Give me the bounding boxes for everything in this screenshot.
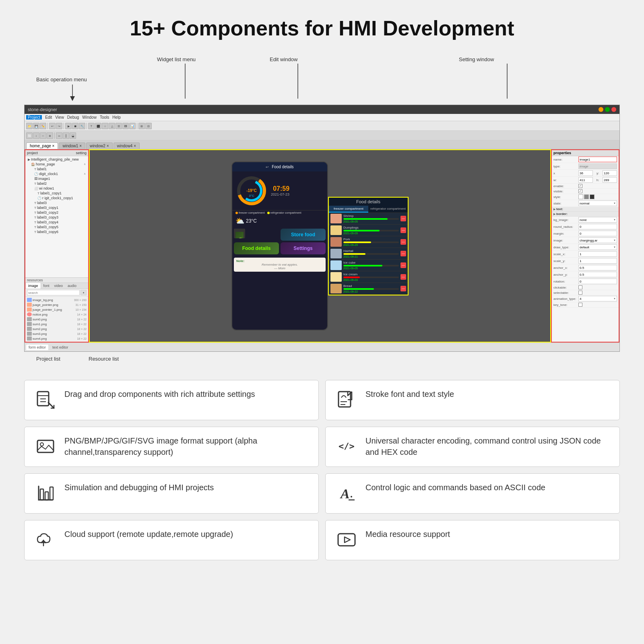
resource-item-pointer[interactable]: juage_pointer.png 31 × 153 xyxy=(26,302,87,307)
tab-fridge[interactable]: refrigerator compartment xyxy=(368,206,408,213)
resource-item-sum3[interactable]: sum3.png 18 × 22 xyxy=(26,331,87,336)
resource-tab-video[interactable]: video xyxy=(52,283,66,289)
resource-item-pointer1[interactable]: juage_pointer_1.png 10 × 154 xyxy=(26,307,87,312)
toolbar-btn-10[interactable]: ⬛ xyxy=(95,123,101,129)
menu-window[interactable]: Window xyxy=(82,115,97,120)
tree-home-page[interactable]: 🏠 home_page ∧ xyxy=(26,162,87,167)
prop-scalex-value[interactable]: 1 xyxy=(578,251,617,257)
toolbar-btn-b[interactable]: ↕ xyxy=(33,132,39,139)
resource-tab-audio[interactable]: audio xyxy=(65,283,79,289)
resource-search-input[interactable] xyxy=(27,290,80,295)
menu-help[interactable]: Help xyxy=(112,115,121,120)
tab-window4[interactable]: window4 × xyxy=(114,142,140,149)
food-delete-icecream[interactable]: — xyxy=(400,274,406,280)
prop-clickable-check[interactable] xyxy=(578,285,582,289)
prop-style-color2[interactable] xyxy=(584,194,589,199)
toolbar-btn-17[interactable]: ⊟ xyxy=(145,123,152,129)
toolbar-btn-15[interactable]: 📊 xyxy=(129,123,136,129)
resource-tab-font[interactable]: font xyxy=(41,283,52,289)
toolbar-btn-a[interactable]: ⬜ xyxy=(26,132,33,139)
resource-item-sum2[interactable]: sum2.png 18 × 22 xyxy=(26,326,87,331)
tree-label3c6[interactable]: T label3_copy6 xyxy=(26,229,87,234)
toolbar-btn-12[interactable]: △ xyxy=(109,123,115,129)
toolbar-btn-1[interactable]: 📁 xyxy=(26,123,33,129)
toolbar-btn-8[interactable]: 🔧 xyxy=(79,123,85,129)
resource-item-sum1[interactable]: sum1.png 18 × 22 xyxy=(26,322,87,326)
tab-window2[interactable]: window2 × xyxy=(86,142,113,149)
food-delete-hairtail[interactable]: — xyxy=(400,251,406,256)
tree-root[interactable]: ▶ Intelligent_charging_pile_new xyxy=(26,157,87,162)
prop-w-value[interactable]: 411 xyxy=(578,177,593,183)
prop-image-select[interactable]: chargingg.ar ▼ xyxy=(578,237,617,243)
hmi-food-details-btn[interactable]: Food details xyxy=(234,242,279,254)
edit-canvas[interactable]: ↩ Food details xyxy=(89,149,551,343)
prop-scaley-value[interactable]: 1 xyxy=(578,258,617,264)
tree-clock-copy1[interactable]: 🕐 r igit_clock1_copy1 xyxy=(26,196,87,200)
minimize-btn[interactable] xyxy=(599,107,603,112)
toolbar-btn-c[interactable]: ↔ xyxy=(40,132,46,139)
toolbar-btn-9[interactable]: T xyxy=(88,123,95,129)
tree-label1-copy1[interactable]: T label1_copy1 xyxy=(26,191,87,196)
prop-style-color3[interactable] xyxy=(590,194,594,199)
prop-drawtype-select[interactable]: default ▼ xyxy=(578,244,617,250)
tree-label3c3[interactable]: T label3_copy3 xyxy=(26,215,87,220)
tree-window1[interactable]: ⬜ wi ndow1 xyxy=(26,186,87,191)
tree-digit-clock1[interactable]: 🕐 digit_clock1 ∧ xyxy=(26,171,87,176)
prop-margin-value[interactable]: 0 xyxy=(578,231,617,236)
tree-label2[interactable]: T label2 xyxy=(26,181,87,186)
prop-y-value[interactable]: 120 xyxy=(603,170,617,176)
tab-freezer[interactable]: freezer compartment xyxy=(329,206,368,213)
prop-state-select[interactable]: normal ▼ xyxy=(578,200,617,206)
tree-label3c4[interactable]: T label3_copy4 xyxy=(26,220,87,225)
hmi-settings-btn[interactable]: Settings xyxy=(281,242,326,254)
toolbar-btn-6[interactable]: ▶ xyxy=(65,123,72,129)
prop-style-color1[interactable] xyxy=(578,194,583,199)
resource-item-sum0[interactable]: sum0.png 18 × 22 xyxy=(26,317,87,322)
prop-name-value[interactable]: image1 xyxy=(578,157,617,162)
tree-label3c5[interactable]: T label3_copy5 xyxy=(26,225,87,229)
close-btn[interactable] xyxy=(611,107,616,112)
resource-tab-image[interactable]: image xyxy=(25,283,41,289)
toolbar-btn-g[interactable]: ⬓ xyxy=(70,132,76,139)
bottom-tab-form[interactable]: form editor xyxy=(26,345,48,350)
prop-text-section[interactable]: ▶ text: xyxy=(552,207,619,212)
maximize-btn[interactable] xyxy=(605,107,610,112)
prop-selectable-check[interactable] xyxy=(578,291,582,295)
toolbar-btn-13[interactable]: ☰ xyxy=(116,123,122,129)
food-delete-icecube[interactable]: — xyxy=(400,262,406,268)
toolbar-btn-7[interactable]: ⏹ xyxy=(72,123,78,129)
toolbar-btn-5[interactable]: ↪ xyxy=(56,123,62,129)
toolbar-btn-e[interactable]: ═ xyxy=(56,132,62,139)
prop-h-value[interactable]: 289 xyxy=(603,177,617,183)
toolbar-btn-f[interactable]: ║ xyxy=(63,132,69,139)
tree-label3c1[interactable]: T label3_copy1 xyxy=(26,205,87,210)
prop-visible-check[interactable] xyxy=(578,189,582,193)
tree-label3[interactable]: T label3 xyxy=(26,200,87,205)
food-delete-bread[interactable]: — xyxy=(400,286,406,291)
prop-animtype-select[interactable]: 4 ▼ xyxy=(578,296,617,301)
tree-label1[interactable]: T label1 xyxy=(26,167,87,171)
food-delete-shrimp[interactable]: — xyxy=(400,216,406,221)
food-delete-dumplings[interactable]: — xyxy=(400,227,406,233)
menu-debug[interactable]: Debug xyxy=(67,115,79,120)
tree-image1[interactable]: 🖼 image1 xyxy=(26,176,87,181)
food-delete-pork[interactable]: — xyxy=(400,239,406,245)
resource-item-sum4[interactable]: sum4.png 18 × 22 xyxy=(26,336,87,341)
resource-item-bg[interactable]: image_bg.png 300 × 200 xyxy=(26,297,87,302)
toolbar-btn-d[interactable]: ⊕ xyxy=(47,132,53,139)
tree-label3c2[interactable]: T label3_copy2 xyxy=(26,210,87,215)
bottom-tab-text[interactable]: text editor xyxy=(50,345,71,350)
menu-view[interactable]: View xyxy=(55,115,64,120)
tab-window1[interactable]: window1 × xyxy=(59,142,85,149)
resource-add-btn[interactable]: + xyxy=(80,290,87,295)
hmi-store-food-btn[interactable]: Store food xyxy=(281,229,326,241)
menu-project[interactable]: Project xyxy=(26,115,42,120)
toolbar-btn-16[interactable]: ⊞ xyxy=(138,123,145,129)
toolbar-btn-14[interactable]: 🖼 xyxy=(122,123,129,129)
toolbar-btn-4[interactable]: ↩ xyxy=(49,123,56,129)
resource-item-notice[interactable]: notice.png 14 × 24 xyxy=(26,312,87,317)
prop-border-section[interactable]: ▶ border: xyxy=(552,212,619,217)
menu-edit[interactable]: Edit xyxy=(45,115,52,120)
prop-x-value[interactable]: 36 xyxy=(578,170,593,176)
prop-keytone-check[interactable] xyxy=(578,303,582,307)
